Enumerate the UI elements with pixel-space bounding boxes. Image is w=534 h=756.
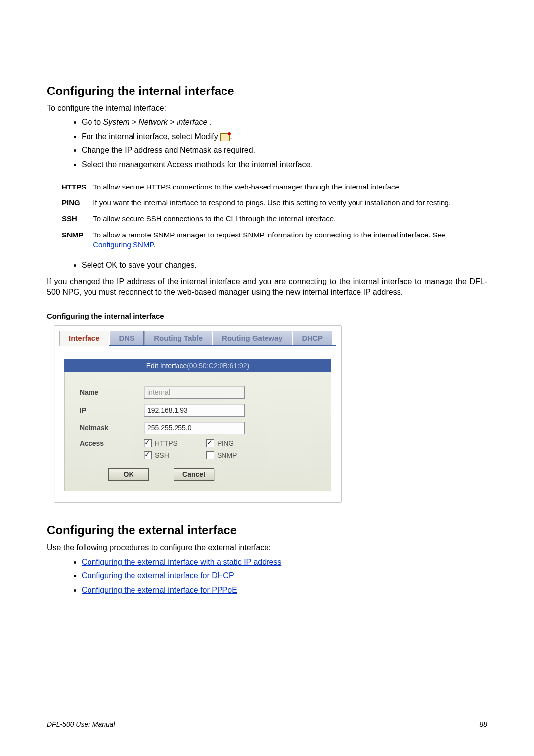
list-item: Change the IP address and Netmask as req…: [82, 145, 487, 156]
checkbox-icon: [144, 451, 152, 459]
intro-internal: To configure the internal interface:: [47, 103, 487, 114]
table-row: SNMP To allow a remote SNMP manager to r…: [62, 227, 487, 253]
ip-label: IP: [80, 406, 144, 414]
checkbox-label: HTTPS: [155, 439, 178, 447]
interface-config-panel: Interface DNS Routing Table Routing Gate…: [54, 325, 342, 503]
access-label: SNMP: [62, 227, 93, 253]
checkbox-label: SNMP: [217, 451, 237, 459]
checkbox-icon: [206, 451, 214, 459]
snmp-checkbox[interactable]: SNMP: [206, 451, 266, 459]
access-desc: To allow secure HTTPS connections to the…: [93, 179, 487, 195]
note-text: If you changed the IP address of the int…: [47, 276, 487, 298]
tab-dns[interactable]: DNS: [110, 331, 144, 345]
netmask-label: Netmask: [80, 424, 144, 432]
ssh-checkbox[interactable]: SSH: [144, 451, 203, 459]
name-label: Name: [80, 388, 144, 396]
configuring-snmp-link[interactable]: Configuring SNMP: [93, 240, 153, 249]
tab-interface[interactable]: Interface: [59, 331, 109, 346]
netmask-input[interactable]: [144, 422, 245, 434]
tab-routing-table[interactable]: Routing Table: [144, 331, 212, 345]
table-row: HTTPS To allow secure HTTPS connections …: [62, 179, 487, 195]
checkbox-icon: [144, 439, 152, 447]
tab-bar: Interface DNS Routing Table Routing Gate…: [59, 331, 336, 346]
step-text: For the internal interface, select Modif…: [82, 132, 220, 141]
access-methods-table: HTTPS To allow secure HTTPS connections …: [62, 179, 487, 253]
table-row: PING If you want the internal interface …: [62, 195, 487, 211]
checkbox-icon: [206, 439, 214, 447]
table-row: SSH To allow secure SSH connections to t…: [62, 211, 487, 227]
page-footer: DFL-500 User Manual 88: [47, 717, 487, 728]
step-text: .: [207, 118, 212, 126]
list-item: Configuring the external interface with …: [82, 557, 487, 567]
nav-path: System > Network > Interface: [103, 118, 208, 126]
access-label: Access: [80, 439, 144, 447]
modify-icon: [220, 133, 230, 141]
ping-checkbox[interactable]: PING: [206, 439, 266, 447]
tab-dhcp[interactable]: DHCP: [293, 331, 333, 345]
name-input[interactable]: [144, 386, 245, 399]
intro-external: Use the following procedures to configur…: [47, 542, 487, 553]
ok-button[interactable]: OK: [108, 468, 149, 481]
list-item: For the internal interface, select Modif…: [82, 131, 487, 142]
checkbox-label: PING: [217, 439, 234, 447]
https-checkbox[interactable]: HTTPS: [144, 439, 203, 447]
checkbox-label: SSH: [155, 451, 169, 459]
external-links-list: Configuring the external interface with …: [47, 557, 487, 596]
list-item: Configuring the external interface for P…: [82, 585, 487, 596]
access-label: SSH: [62, 211, 93, 227]
edit-interface-header: Edit Interface(00:50:C2:0B:61:92): [64, 359, 331, 372]
steps-list-a: Go to System > Network > Interface . For…: [47, 117, 487, 170]
access-desc: If you want the internal interface to re…: [93, 195, 487, 211]
access-label: PING: [62, 195, 93, 211]
link-dhcp[interactable]: Configuring the external interface for D…: [82, 571, 234, 580]
access-desc-text: .: [153, 240, 155, 249]
access-label: HTTPS: [62, 179, 93, 195]
link-static-ip[interactable]: Configuring the external interface with …: [82, 558, 281, 566]
access-desc: To allow a remote SNMP manager to reques…: [93, 227, 487, 253]
step-text: Go to: [82, 118, 103, 126]
header-label: Edit Interface: [146, 362, 187, 370]
link-pppoe[interactable]: Configuring the external interface for P…: [82, 586, 237, 594]
cancel-button[interactable]: Cancel: [174, 468, 214, 481]
list-item: Select the management Access methods for…: [82, 159, 487, 170]
steps-list-b: Select OK to save your changes.: [47, 260, 487, 271]
access-desc-text: To allow a remote SNMP manager to reques…: [93, 231, 445, 239]
heading-internal-interface: Configuring the internal interface: [47, 84, 487, 98]
list-item: Configuring the external interface for D…: [82, 570, 487, 581]
list-item: Select OK to save your changes.: [82, 260, 487, 271]
access-desc: To allow secure SSH connections to the C…: [93, 211, 487, 227]
header-mac: (00:50:C2:0B:61:92): [187, 362, 249, 370]
page-number: 88: [479, 720, 487, 728]
figure-caption: Configuring the internal interface: [47, 312, 487, 320]
access-checkbox-grid: HTTPS PING SSH SNMP: [144, 439, 266, 459]
ip-input[interactable]: [144, 404, 245, 417]
manual-title: DFL-500 User Manual: [47, 720, 115, 728]
tab-routing-gateway[interactable]: Routing Gateway: [213, 331, 292, 345]
form-area: Name IP Netmask Access HTTP: [64, 372, 331, 491]
heading-external-interface: Configuring the external interface: [47, 523, 487, 537]
list-item: Go to System > Network > Interface .: [82, 117, 487, 128]
